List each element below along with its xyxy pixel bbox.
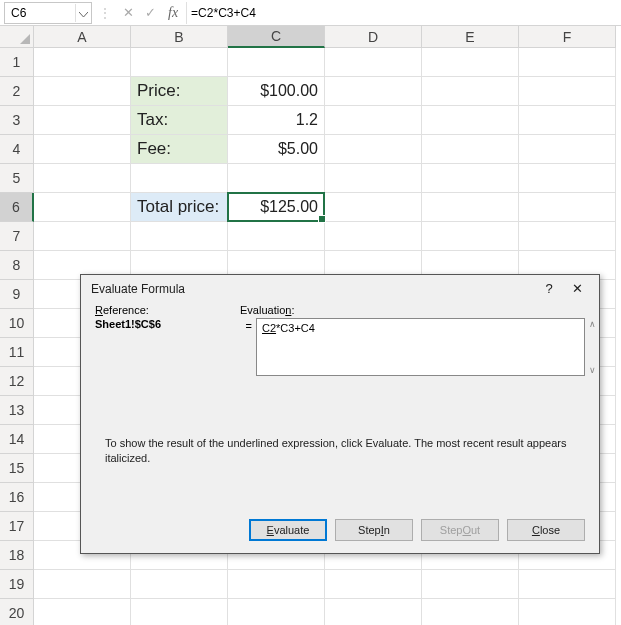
cell-B19[interactable] [131,570,228,599]
row-header[interactable]: 9 [0,280,34,309]
formula-bar: C6 ⋮ ✕ ✓ fx =C2*C3+C4 [0,0,621,26]
row-header[interactable]: 17 [0,512,34,541]
cell-E3[interactable] [422,106,519,135]
row-header[interactable]: 3 [0,106,34,135]
cell-C3[interactable]: 1.2 [228,106,325,135]
row-header[interactable]: 19 [0,570,34,599]
cell-D2[interactable] [325,77,422,106]
row-header[interactable]: 14 [0,425,34,454]
close-dialog-button[interactable]: Close [507,519,585,541]
cell-B1[interactable] [131,48,228,77]
row-header[interactable]: 1 [0,48,34,77]
cell-D7[interactable] [325,222,422,251]
cell-A2[interactable] [34,77,131,106]
row-header[interactable]: 15 [0,454,34,483]
row-header[interactable]: 18 [0,541,34,570]
cell-F6[interactable] [519,193,616,222]
row-header[interactable]: 11 [0,338,34,367]
row-header[interactable]: 6 [0,193,34,222]
cell-C7[interactable] [228,222,325,251]
cell-C4[interactable]: $5.00 [228,135,325,164]
cell-F19[interactable] [519,570,616,599]
cell-D5[interactable] [325,164,422,193]
cell-D3[interactable] [325,106,422,135]
cell-B2[interactable]: Price: [131,77,228,106]
cell-C2[interactable]: $100.00 [228,77,325,106]
cell-A6[interactable] [34,193,131,222]
name-box[interactable]: C6 [4,2,92,24]
select-all-triangle[interactable] [0,26,34,48]
evaluate-button[interactable]: Evaluate [249,519,327,541]
cell-A5[interactable] [34,164,131,193]
enter-icon[interactable]: ✓ [140,2,160,24]
cell-E5[interactable] [422,164,519,193]
cell-B5[interactable] [131,164,228,193]
cell-A3[interactable] [34,106,131,135]
cell-D1[interactable] [325,48,422,77]
cell-B6[interactable]: Total price: [131,193,228,222]
cell-F7[interactable] [519,222,616,251]
name-box-dropdown-icon[interactable] [75,4,91,22]
row-header[interactable]: 16 [0,483,34,512]
cell-E2[interactable] [422,77,519,106]
cell-C20[interactable] [228,599,325,625]
scroll-up-icon[interactable]: ∧ [589,319,596,329]
reference-label: Reference: [95,304,240,316]
cell-A20[interactable] [34,599,131,625]
help-button[interactable]: ? [535,281,563,296]
row-header[interactable]: 13 [0,396,34,425]
cell-E4[interactable] [422,135,519,164]
cell-F3[interactable] [519,106,616,135]
cell-B7[interactable] [131,222,228,251]
cell-F20[interactable] [519,599,616,625]
row-header[interactable]: 4 [0,135,34,164]
column-header[interactable]: B [131,26,228,48]
cell-E7[interactable] [422,222,519,251]
cell-D6[interactable] [325,193,422,222]
cell-F5[interactable] [519,164,616,193]
cell-F2[interactable] [519,77,616,106]
column-header[interactable]: D [325,26,422,48]
cell-D19[interactable] [325,570,422,599]
cell-A7[interactable] [34,222,131,251]
row-header[interactable]: 7 [0,222,34,251]
evaluation-box[interactable]: C2*C3+C4 ∧ ∨ [256,318,585,376]
cell-D20[interactable] [325,599,422,625]
scroll-down-icon[interactable]: ∨ [589,365,596,375]
cell-F4[interactable] [519,135,616,164]
cell-C6[interactable]: $125.00 [228,193,325,222]
cell-D4[interactable] [325,135,422,164]
dialog-titlebar[interactable]: Evaluate Formula ? ✕ [81,275,599,304]
cell-E19[interactable] [422,570,519,599]
scrollbar[interactable]: ∧ ∨ [584,319,600,375]
cell-F1[interactable] [519,48,616,77]
cell-C5[interactable] [228,164,325,193]
cell-A4[interactable] [34,135,131,164]
cell-B3[interactable]: Tax: [131,106,228,135]
cell-A1[interactable] [34,48,131,77]
cell-E20[interactable] [422,599,519,625]
cell-E1[interactable] [422,48,519,77]
fx-icon[interactable]: fx [162,5,184,21]
cell-C19[interactable] [228,570,325,599]
row-header[interactable]: 10 [0,309,34,338]
cell-C1[interactable] [228,48,325,77]
cell-B4[interactable]: Fee: [131,135,228,164]
column-header[interactable]: A [34,26,131,48]
close-button[interactable]: ✕ [563,281,591,296]
step-in-button[interactable]: Step In [335,519,413,541]
row-header[interactable]: 2 [0,77,34,106]
row-header[interactable]: 5 [0,164,34,193]
column-header[interactable]: C [228,26,325,48]
row-header[interactable]: 20 [0,599,34,625]
column-header[interactable]: E [422,26,519,48]
cancel-icon[interactable]: ✕ [118,2,138,24]
row-header[interactable]: 8 [0,251,34,280]
cell-A19[interactable] [34,570,131,599]
reference-value: Sheet1!$C$6 [95,318,240,330]
cell-E6[interactable] [422,193,519,222]
cell-B20[interactable] [131,599,228,625]
row-header[interactable]: 12 [0,367,34,396]
formula-input[interactable]: =C2*C3+C4 [186,2,617,24]
column-header[interactable]: F [519,26,616,48]
